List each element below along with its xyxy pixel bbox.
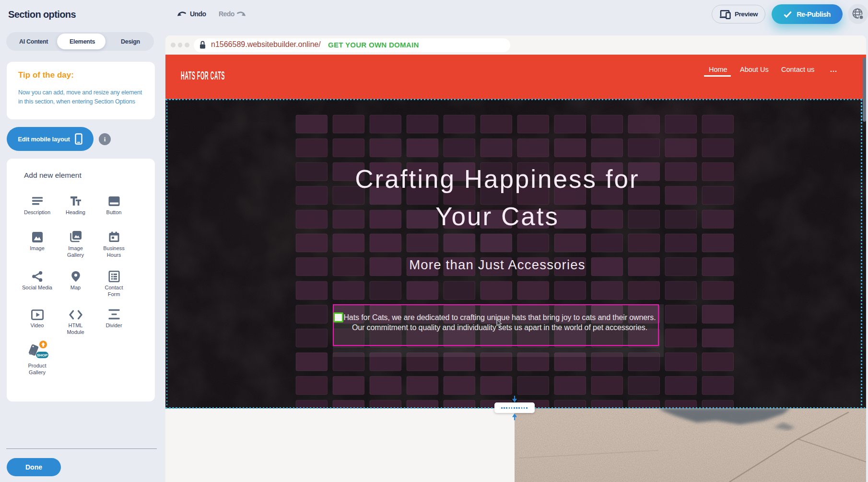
svg-text:SHOP: SHOP <box>36 353 47 357</box>
